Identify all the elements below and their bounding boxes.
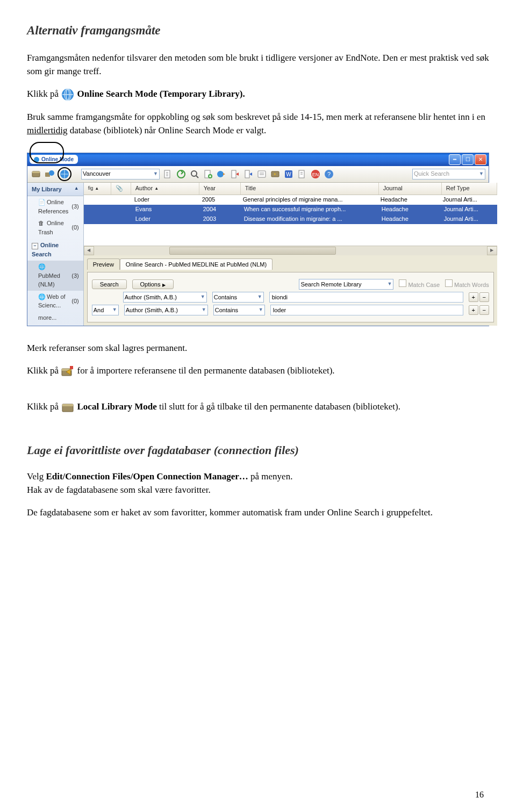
globe-arrow-icon[interactable] (216, 169, 227, 179)
sidebar-header-label: My Library (32, 185, 62, 194)
field-value: Author (Smith, A.B.) (125, 293, 177, 302)
text: til slutt for å gå tilbake til den perma… (159, 401, 400, 412)
lower-panel: Preview Online Search - PubMed MEDLINE a… (84, 255, 497, 326)
text-bold: Local Library Mode (77, 401, 157, 412)
sidebar-item-more[interactable]: more... (27, 312, 83, 324)
text: Klikk på (27, 401, 61, 412)
window-minimize-button[interactable]: ━ (449, 154, 461, 165)
scroll-left-icon[interactable]: ◀ (84, 246, 94, 255)
column-header-reftype[interactable]: Ref Type (442, 183, 497, 195)
remove-row-button[interactable]: − (479, 305, 489, 315)
sidebar-item-online-references[interactable]: 📄Online References (3) (27, 196, 83, 217)
sidebar-header[interactable]: My Library ▲ (27, 183, 83, 197)
help-icon[interactable]: ? (324, 169, 334, 179)
field-select[interactable]: Author (Smith, A.B.)▼ (123, 292, 207, 303)
endnote-window: Online Mode ━ ☐ ✕ Vancouver ▼ W EN ? Q (27, 153, 489, 327)
text: database (bibliotek) når Online Search M… (68, 125, 267, 135)
quick-search-input[interactable]: Quick Search ▼ (412, 169, 485, 179)
remove-row-button[interactable]: − (479, 292, 489, 302)
search-button[interactable]: Search (92, 279, 127, 289)
window-close-button[interactable]: ✕ (475, 154, 486, 165)
sidebar-item-online-trash[interactable]: 🗑Online Trash (0) (27, 217, 83, 238)
text-bold: Edit/Connection Files/Open Connection Ma… (46, 471, 248, 482)
trash-icon: 🗑 (38, 219, 45, 225)
paragraph: Framgangsmåten nedenfor tilsvarer den me… (27, 51, 489, 78)
scroll-thumb[interactable] (169, 247, 336, 255)
mode-text: Online Mode (41, 155, 74, 163)
sidebar-item-pubmed[interactable]: 🌐PubMed (NLM) (3) (27, 261, 83, 291)
import-icon[interactable] (230, 169, 240, 179)
column-header-attachment[interactable]: 📎 (111, 183, 131, 195)
table-row[interactable]: Loder 2003 Disease modification in migra… (84, 214, 497, 224)
search-term-input[interactable]: loder (270, 305, 463, 315)
heading-favorittliste: Lage ei favorittliste over fagdatabaser … (27, 441, 489, 459)
word-icon[interactable]: W (283, 169, 294, 179)
cell-author: Loder (130, 195, 198, 204)
cell-reftype: Journal Arti... (440, 214, 494, 224)
cell-reftype: Journal Arti... (440, 205, 494, 214)
text-underline: midlertidig (27, 125, 68, 135)
export-icon[interactable] (243, 169, 254, 179)
paragraph: Bruk samme framgangsmåte for oppkobling … (27, 110, 489, 138)
copy-references-icon (61, 364, 75, 378)
local-library-icon (61, 400, 75, 414)
paragraph: Klikk på Local Library Mode til slutt fo… (27, 400, 489, 414)
search-scope-select[interactable]: Search Remote Library▼ (299, 279, 393, 290)
text: Bruk samme framgangsmåte for oppkobling … (27, 112, 485, 122)
search-panel: Search Options ▶ Search Remote Library▼ … (87, 272, 494, 322)
cell-reftype: Journal Arti... (439, 195, 493, 204)
column-header-title[interactable]: Title (241, 183, 379, 195)
svg-rect-26 (70, 366, 73, 369)
search-term-input[interactable]: biondi (269, 292, 463, 303)
cell-journal: Headache (377, 214, 440, 224)
table-row[interactable]: Evans 2004 When can successful migraine … (84, 205, 497, 214)
add-row-button[interactable]: + (469, 292, 478, 302)
column-header-year[interactable]: Year (199, 183, 241, 195)
online-search-mode-icon[interactable] (58, 167, 71, 181)
horizontal-scrollbar[interactable]: ◀ ▶ (84, 246, 497, 255)
text: på menyen. (248, 471, 293, 482)
options-button[interactable]: Options ▶ (132, 279, 174, 289)
toolbar-icon[interactable] (189, 169, 200, 179)
field-select[interactable]: Author (Smith, A.B.)▼ (124, 305, 208, 315)
column-header-fig[interactable]: fig ▲ (84, 183, 111, 195)
svg-text:?: ? (327, 171, 331, 177)
local-online-icon[interactable] (44, 169, 55, 179)
checkbox-label: Match Words (454, 282, 489, 288)
svg-point-9 (191, 171, 197, 176)
operator-select[interactable]: Contains▼ (213, 305, 265, 315)
panel-tabs: Preview Online Search - PubMed MEDLINE a… (87, 258, 494, 270)
operator-select[interactable]: Contains▼ (212, 292, 264, 303)
format-icon[interactable] (297, 169, 307, 179)
scroll-right-icon[interactable]: ▶ (487, 246, 497, 255)
toolbar-icon[interactable] (162, 169, 173, 179)
match-case-checkbox[interactable]: Match Case (399, 279, 440, 290)
tab-preview[interactable]: Preview (87, 258, 120, 270)
column-header-journal[interactable]: Journal (379, 183, 442, 195)
table-row[interactable]: Loder 2005 General principles of migrain… (84, 195, 497, 205)
column-header-author[interactable]: Author ▲ (131, 183, 199, 195)
window-maximize-button[interactable]: ☐ (462, 154, 474, 165)
document-icon: 📄 (38, 198, 45, 204)
match-words-checkbox[interactable]: Match Words (445, 279, 489, 290)
cell-year: 2003 (199, 214, 240, 224)
local-library-icon[interactable] (31, 169, 41, 179)
collapse-icon[interactable]: − (32, 243, 38, 249)
globe-icon (61, 88, 75, 102)
add-row-button[interactable]: + (469, 305, 478, 315)
svg-text:EN: EN (312, 172, 319, 177)
sidebar-item-web-of-science[interactable]: 🌐Web of Scienc... (0) (27, 291, 83, 312)
cell-title: Disease modification in migraine: a ... (240, 214, 377, 224)
new-reference-icon[interactable] (203, 169, 213, 179)
copy-references-icon[interactable] (270, 169, 281, 179)
bool-select[interactable]: And▼ (92, 305, 119, 315)
text-bold: Online Search Mode (Temporary Library). (77, 89, 245, 99)
toolbar-icon[interactable] (256, 169, 267, 179)
tab-online-search[interactable]: Online Search - PubMed MEDLINE at PubMed… (120, 258, 273, 270)
svg-rect-13 (232, 170, 236, 178)
globe-icon: 🌐 (38, 262, 45, 269)
sync-icon[interactable] (176, 169, 187, 179)
sidebar-item-count: (3) (71, 271, 78, 281)
style-selector[interactable]: Vancouver ▼ (81, 169, 160, 179)
endnote-web-icon[interactable]: EN (310, 169, 321, 179)
